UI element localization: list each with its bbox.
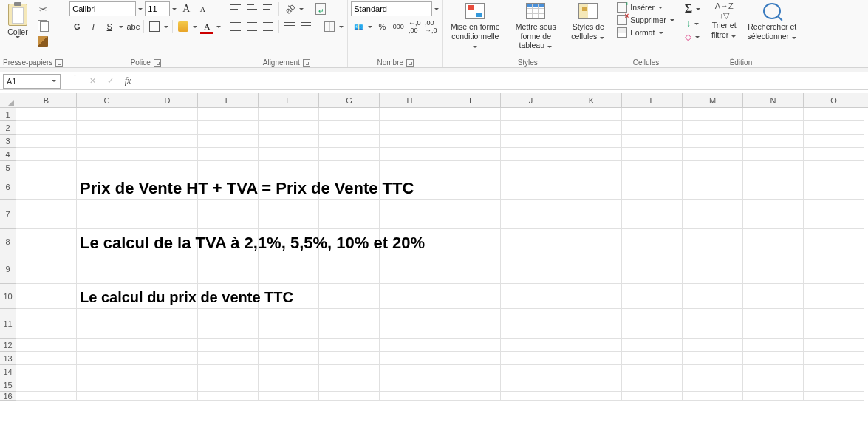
orientation-dropdown[interactable]	[298, 6, 304, 13]
cell[interactable]	[561, 121, 622, 135]
cell[interactable]	[501, 121, 561, 135]
cell[interactable]	[501, 108, 561, 121]
cell[interactable]	[683, 339, 743, 352]
cell[interactable]	[743, 135, 804, 148]
cell[interactable]	[16, 378, 77, 392]
column-header[interactable]: D	[137, 93, 198, 107]
row-header[interactable]: 9	[0, 254, 16, 284]
format-painter-button[interactable]	[35, 34, 50, 49]
cell[interactable]	[440, 365, 501, 378]
bold-button[interactable]: G	[69, 19, 84, 34]
cell[interactable]	[501, 161, 561, 174]
cell[interactable]	[319, 352, 380, 365]
column-header[interactable]: C	[77, 93, 137, 107]
thousands-button[interactable]: 000	[391, 19, 406, 34]
font-color-button[interactable]: A	[199, 19, 214, 34]
cell[interactable]	[16, 284, 77, 309]
row-header[interactable]: 13	[0, 352, 16, 365]
column-header[interactable]: F	[259, 93, 319, 107]
cell[interactable]	[683, 108, 743, 121]
underline-button[interactable]: S	[102, 19, 117, 34]
cell[interactable]	[743, 392, 804, 401]
cell[interactable]	[259, 161, 319, 174]
cell[interactable]	[259, 309, 319, 339]
cell[interactable]	[561, 284, 622, 309]
cell[interactable]	[319, 284, 380, 309]
fill-button[interactable]: ↓	[685, 18, 701, 30]
row-header[interactable]: 14	[0, 365, 16, 378]
cell[interactable]	[380, 339, 440, 352]
row-header[interactable]: 3	[0, 135, 16, 148]
cell[interactable]	[501, 200, 561, 229]
cell[interactable]	[561, 339, 622, 352]
cell[interactable]	[440, 121, 501, 135]
row-header[interactable]: 15	[0, 378, 16, 392]
format-cells-button[interactable]: Format	[615, 27, 676, 38]
cell[interactable]	[743, 121, 804, 135]
cell[interactable]	[380, 200, 440, 229]
cell[interactable]	[380, 161, 440, 174]
sort-filter-button[interactable]: A→Z↓▽ Trier et filtrer	[705, 1, 742, 39]
align-middle-button[interactable]	[245, 1, 259, 16]
cell[interactable]	[77, 365, 137, 378]
column-header[interactable]: M	[683, 93, 743, 107]
cell[interactable]	[259, 378, 319, 392]
cell[interactable]	[319, 378, 380, 392]
cell[interactable]	[440, 352, 501, 365]
cell[interactable]	[622, 309, 683, 339]
cell[interactable]	[561, 135, 622, 148]
currency-dropdown[interactable]	[367, 24, 373, 30]
column-header[interactable]: K	[561, 93, 622, 107]
cell[interactable]	[440, 284, 501, 309]
cell[interactable]	[198, 135, 259, 148]
font-name-dropdown[interactable]	[137, 6, 143, 13]
cell[interactable]	[561, 254, 622, 284]
wrap-text-button[interactable]	[313, 1, 328, 16]
cell[interactable]	[259, 339, 319, 352]
cell[interactable]	[77, 339, 137, 352]
cell[interactable]	[622, 284, 683, 309]
cell[interactable]	[440, 378, 501, 392]
cell[interactable]	[683, 392, 743, 401]
cell[interactable]	[561, 229, 622, 254]
cell[interactable]	[16, 161, 77, 174]
row-header[interactable]: 8	[0, 229, 16, 254]
cell[interactable]	[683, 229, 743, 254]
cell[interactable]	[622, 254, 683, 284]
cell[interactable]	[137, 121, 198, 135]
cell[interactable]	[137, 378, 198, 392]
cell[interactable]	[77, 121, 137, 135]
cell[interactable]	[743, 200, 804, 229]
cell[interactable]	[319, 365, 380, 378]
cell[interactable]	[137, 200, 198, 229]
cell[interactable]	[561, 200, 622, 229]
cell[interactable]	[561, 378, 622, 392]
cell[interactable]	[501, 339, 561, 352]
cell[interactable]	[259, 352, 319, 365]
cell[interactable]	[743, 352, 804, 365]
cell[interactable]	[319, 161, 380, 174]
cell[interactable]	[319, 200, 380, 229]
cell[interactable]	[683, 161, 743, 174]
cell[interactable]	[622, 108, 683, 121]
cell[interactable]	[137, 161, 198, 174]
cell[interactable]	[259, 392, 319, 401]
cell[interactable]	[380, 254, 440, 284]
cell[interactable]	[16, 200, 77, 229]
cell[interactable]	[622, 365, 683, 378]
cell[interactable]	[137, 148, 198, 161]
cell-styles-button[interactable]: Styles de cellules	[567, 1, 609, 41]
row-header[interactable]: 5	[0, 161, 16, 174]
cell[interactable]	[77, 309, 137, 339]
name-box[interactable]: A1	[3, 74, 61, 89]
cell[interactable]	[622, 161, 683, 174]
conditional-formatting-button[interactable]: Mise en forme conditionnelle	[446, 1, 504, 50]
cell[interactable]	[259, 200, 319, 229]
cell[interactable]	[16, 174, 77, 200]
merge-button[interactable]	[322, 19, 337, 34]
column-header[interactable]: E	[198, 93, 259, 107]
cell[interactable]	[259, 108, 319, 121]
cell[interactable]	[259, 121, 319, 135]
cell[interactable]	[561, 309, 622, 339]
decrease-decimal-button[interactable]: ,00→,0	[423, 19, 438, 34]
